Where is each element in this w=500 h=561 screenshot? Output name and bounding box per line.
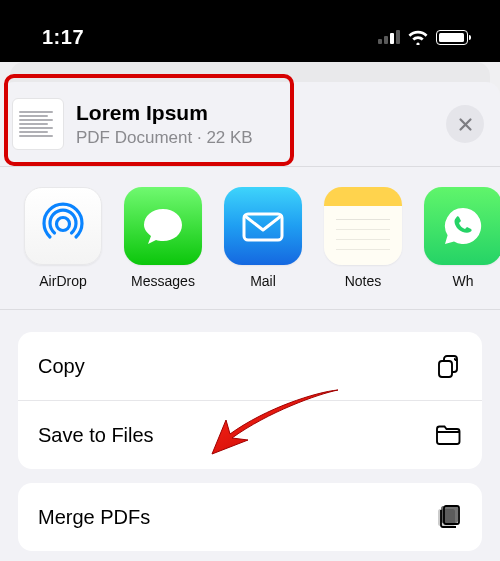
share-app-airdrop[interactable]: AirDrop bbox=[24, 187, 102, 289]
svg-rect-3 bbox=[439, 361, 452, 377]
file-type: PDF Document bbox=[76, 128, 192, 147]
action-list-secondary: Merge PDFs bbox=[18, 483, 482, 551]
notes-icon bbox=[324, 187, 402, 265]
status-indicators bbox=[378, 30, 468, 45]
status-bar: 1:17 bbox=[0, 0, 500, 62]
share-app-whatsapp[interactable]: Wh bbox=[424, 187, 500, 289]
action-label: Save to Files bbox=[38, 424, 154, 447]
share-app-label: AirDrop bbox=[39, 273, 86, 289]
share-app-label: Wh bbox=[453, 273, 474, 289]
action-label: Copy bbox=[38, 355, 85, 378]
airdrop-icon bbox=[24, 187, 102, 265]
action-save-to-files[interactable]: Save to Files bbox=[18, 400, 482, 469]
share-app-label: Messages bbox=[131, 273, 195, 289]
folder-icon bbox=[434, 421, 462, 449]
file-thumbnail-icon bbox=[12, 98, 64, 150]
close-icon bbox=[457, 116, 474, 133]
stack-icon bbox=[434, 503, 462, 531]
share-app-mail[interactable]: Mail bbox=[224, 187, 302, 289]
copy-icon bbox=[434, 352, 462, 380]
file-size: 22 KB bbox=[206, 128, 252, 147]
close-button[interactable] bbox=[446, 105, 484, 143]
battery-icon bbox=[436, 30, 468, 45]
file-info: Lorem Ipsum PDF Document · 22 KB bbox=[76, 100, 434, 147]
share-app-label: Mail bbox=[250, 273, 276, 289]
svg-point-0 bbox=[57, 218, 70, 231]
cellular-signal-icon bbox=[378, 30, 400, 44]
file-title: Lorem Ipsum bbox=[76, 100, 434, 125]
file-header: Lorem Ipsum PDF Document · 22 KB bbox=[0, 82, 500, 166]
file-subtitle: PDF Document · 22 KB bbox=[76, 128, 434, 148]
wifi-icon bbox=[408, 30, 428, 45]
mail-icon bbox=[224, 187, 302, 265]
share-app-notes[interactable]: Notes bbox=[324, 187, 402, 289]
messages-icon bbox=[124, 187, 202, 265]
share-app-label: Notes bbox=[345, 273, 382, 289]
action-list: Copy Save to Files bbox=[18, 332, 482, 469]
share-apps-row: AirDrop Messages Mail Notes Wh bbox=[0, 166, 500, 310]
action-merge-pdfs[interactable]: Merge PDFs bbox=[18, 483, 482, 551]
share-sheet: Lorem Ipsum PDF Document · 22 KB AirDrop… bbox=[0, 82, 500, 561]
whatsapp-icon bbox=[424, 187, 500, 265]
action-label: Merge PDFs bbox=[38, 506, 150, 529]
action-copy[interactable]: Copy bbox=[18, 332, 482, 400]
share-app-messages[interactable]: Messages bbox=[124, 187, 202, 289]
status-time: 1:17 bbox=[42, 26, 84, 49]
